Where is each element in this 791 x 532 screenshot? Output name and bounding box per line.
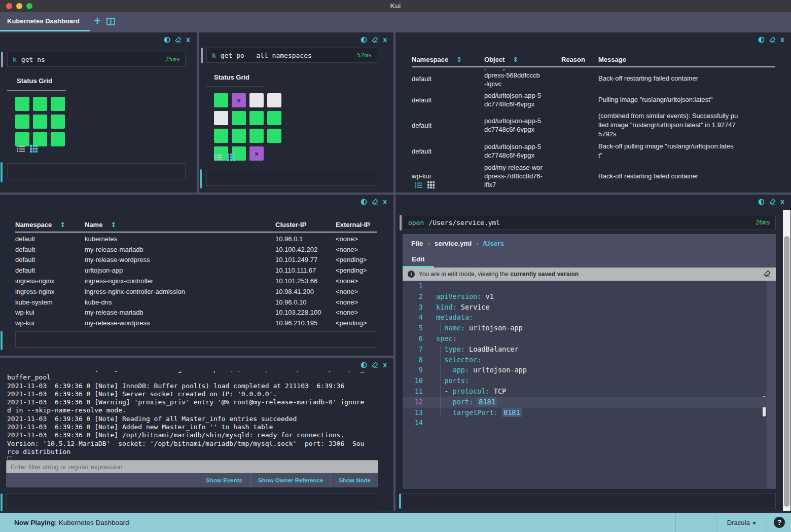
status-tile-pending[interactable] xyxy=(267,93,281,107)
status-tile-pending[interactable] xyxy=(249,93,264,107)
close-panel-icon[interactable]: x xyxy=(780,199,784,205)
editor-line[interactable]: 10 ports: xyxy=(403,375,767,386)
table-row[interactable]: defaultmy-release-wordpress10.101.249.77… xyxy=(15,255,377,265)
col-object[interactable]: Object↕ xyxy=(484,56,561,63)
split-position-icon[interactable] xyxy=(361,362,367,368)
editor-line[interactable]: 6spec: xyxy=(403,333,767,344)
editor-line-active[interactable]: 12 port: 8181 xyxy=(403,397,767,407)
show-owner-reference-button[interactable]: Show Owner Reference xyxy=(250,473,331,487)
cell-name[interactable]: my-release-wordpress xyxy=(85,319,275,327)
grid-view-icon[interactable] xyxy=(427,181,435,191)
grid-view-icon[interactable] xyxy=(227,154,235,163)
editor-line[interactable]: 9 app: urltojson-app xyxy=(403,365,767,375)
cell-object[interactable]: pod/my-release-wor dpress-7df8cc8d76- lf… xyxy=(484,163,561,189)
breadcrumb-file[interactable]: File xyxy=(411,240,423,247)
grid-view-icon[interactable] xyxy=(30,145,38,155)
breadcrumb-filename[interactable]: service.yml xyxy=(435,240,472,247)
repl-input[interactable] xyxy=(206,170,377,186)
split-position-icon[interactable] xyxy=(361,199,367,205)
clear-panel-icon[interactable] xyxy=(175,36,182,43)
table-row[interactable]: defaultpod/urltojson-app-5 dc7748c6f-6vp… xyxy=(412,90,775,110)
list-view-icon[interactable] xyxy=(17,145,25,155)
editor-line[interactable]: 4metadata: xyxy=(403,312,767,323)
sort-icon[interactable]: ↕ xyxy=(111,221,116,229)
status-tile-ok[interactable] xyxy=(51,115,65,129)
sidecar-scrollbar-thumb[interactable] xyxy=(784,236,789,507)
editor-line[interactable]: 11 - protocol: TCP xyxy=(403,386,767,397)
editor-line[interactable]: 14 xyxy=(403,417,767,428)
tab-kubernetes-dashboard[interactable]: Kubernetes Dashboard xyxy=(0,12,90,31)
cell-object[interactable]: pod/urltojson-app-5 dc7748c6f-6vpgx xyxy=(484,117,561,134)
status-tile-ok[interactable] xyxy=(267,129,281,143)
cell-name[interactable]: urltojson-app xyxy=(85,267,275,274)
show-node-button[interactable]: Show Node xyxy=(331,473,378,487)
status-tile-ok[interactable] xyxy=(33,115,47,129)
command-block-open[interactable]: open /Users/service.yml 26ms xyxy=(403,215,776,230)
table-row[interactable]: ingress-nginxingress-nginx-controller10.… xyxy=(15,276,377,286)
status-tile-ok[interactable] xyxy=(214,129,228,143)
status-tile-ok[interactable] xyxy=(15,132,29,146)
status-tile-ok[interactable] xyxy=(33,132,47,146)
status-tile-ok[interactable] xyxy=(249,129,264,143)
yaml-editor[interactable]: 12apiVersion: v13kind: Service4metadata:… xyxy=(403,281,767,489)
table-row[interactable]: wp-kuimy-release-mariadb10.103.228.100<n… xyxy=(15,308,377,318)
table-row[interactable]: defaulturltojson-app10.110.111.67<pendin… xyxy=(15,265,377,276)
help-button[interactable]: ? xyxy=(774,517,785,528)
editor-line[interactable]: 13 targetPort: 8181 xyxy=(403,407,767,418)
col-namespace[interactable]: Namespace↕ xyxy=(15,221,85,229)
sort-icon[interactable]: ↕ xyxy=(456,56,462,63)
cell-object[interactable]: pod/urltojson-app-5 dc7748c6f-6vpgx xyxy=(484,91,561,108)
editor-line[interactable]: 2apiVersion: v1 xyxy=(403,291,767,302)
new-tab-icon[interactable]: + xyxy=(94,14,101,28)
status-tile-ok[interactable] xyxy=(33,97,47,111)
cell-name[interactable]: my-release-wordpress xyxy=(85,256,275,263)
cell-object[interactable]: pod/my-release-wor dpress-568ddfcccb -lq… xyxy=(484,69,561,88)
sort-icon[interactable]: ↕ xyxy=(60,221,65,229)
col-name[interactable]: Name↕ xyxy=(85,221,275,229)
clear-panel-icon[interactable] xyxy=(372,362,378,368)
split-position-icon[interactable] xyxy=(758,36,765,43)
cell-name[interactable]: ingress-nginx-controller-admission xyxy=(85,288,275,295)
revert-eraser-icon[interactable] xyxy=(764,270,771,278)
split-view-icon[interactable] xyxy=(106,18,115,27)
clear-panel-icon[interactable] xyxy=(769,199,776,205)
editor-line[interactable]: 8 selector: xyxy=(403,355,767,365)
log-output[interactable]: 2021-11-03 6:39:35 0 [Note] InnoDB: Load… xyxy=(7,371,378,460)
command-block-get-pods[interactable]: k get po --all-namespaces 52ms xyxy=(206,48,377,63)
editor-line[interactable]: 5 name: urltojson-app xyxy=(403,323,767,333)
editor-line[interactable]: 1 xyxy=(403,281,767,291)
status-tile-ok[interactable] xyxy=(214,93,228,107)
table-row[interactable]: defaultpod/urltojson-app-5 dc7748c6f-6vp… xyxy=(412,110,775,140)
status-tile-ok[interactable] xyxy=(51,97,65,111)
cell-name[interactable]: my-release-mariadb xyxy=(85,246,275,253)
command-block-get-ns[interactable]: k get ns 25ms xyxy=(7,52,186,67)
status-tile-ok[interactable] xyxy=(267,111,281,125)
table-row[interactable]: defaultmy-release-mariadb10.100.42.202<n… xyxy=(15,244,377,255)
tab-edit[interactable]: Edit xyxy=(403,253,434,268)
close-panel-icon[interactable]: x xyxy=(383,362,387,368)
status-grid-tab[interactable]: Status Grid xyxy=(214,73,249,81)
repl-input[interactable] xyxy=(6,493,378,509)
split-position-icon[interactable] xyxy=(758,199,765,205)
close-panel-icon[interactable]: x xyxy=(383,36,387,43)
list-view-icon[interactable] xyxy=(214,154,222,163)
repl-input[interactable] xyxy=(15,331,377,348)
filter-input[interactable] xyxy=(6,460,378,473)
repl-input[interactable] xyxy=(7,163,186,179)
status-grid-tab[interactable]: Status Grid xyxy=(17,77,52,85)
show-events-button[interactable]: Show Events xyxy=(198,473,250,487)
sort-icon[interactable]: ↕ xyxy=(513,56,518,63)
status-tile-ok[interactable] xyxy=(249,111,264,125)
col-namespace[interactable]: Namespace↕ xyxy=(412,56,484,63)
status-tile-ok[interactable] xyxy=(15,115,29,129)
table-row[interactable]: defaultkubernetes10.96.0.1<none> xyxy=(15,234,377,244)
editor-line[interactable]: 3kind: Service xyxy=(403,302,767,313)
clear-panel-icon[interactable] xyxy=(372,199,378,205)
table-row[interactable]: ingress-nginxingress-nginx-controller-ad… xyxy=(15,286,377,297)
table-row[interactable]: defaultpod/urltojson-app-5 dc7748c6f-6vp… xyxy=(412,140,775,162)
cell-name[interactable]: ingress-nginx-controller xyxy=(85,277,275,285)
close-panel-icon[interactable]: x xyxy=(186,36,190,43)
status-tile-error[interactable]: × xyxy=(249,146,264,161)
status-tile-ok[interactable] xyxy=(232,111,246,125)
theme-selector[interactable]: Dracula▾ xyxy=(716,513,767,532)
